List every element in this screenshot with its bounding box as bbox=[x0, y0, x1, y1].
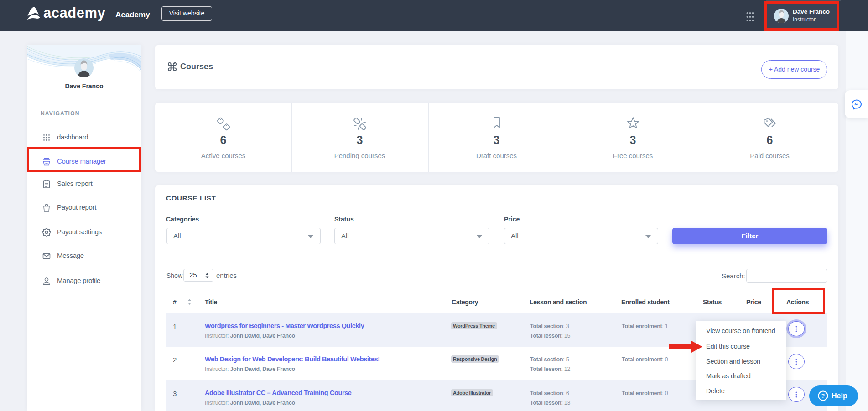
svg-text:?: ? bbox=[821, 393, 825, 399]
